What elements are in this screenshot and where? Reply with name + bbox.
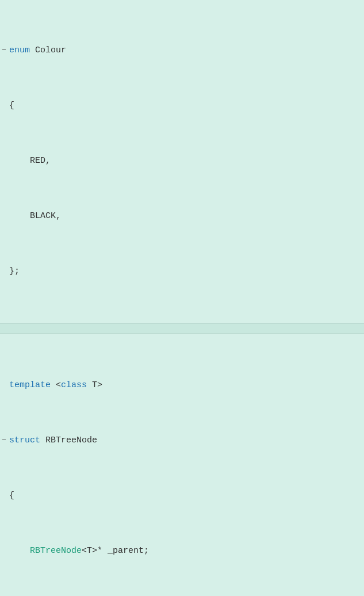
rbtreenode-block: template <class T> − struct RBTreeNode {… [0, 335, 364, 596]
code-struct-brace: { [8, 489, 14, 503]
code-struct: struct RBTreeNode [8, 434, 97, 448]
code-black: BLACK, [8, 209, 61, 223]
line-red: RED, [0, 154, 364, 168]
line-brace1: { [0, 99, 364, 113]
fold-gutter-struct[interactable]: − [0, 434, 8, 448]
code-red: RED, [8, 154, 51, 168]
line-struct: − struct RBTreeNode [0, 434, 364, 448]
code-enum-close: }; [8, 265, 20, 278]
line-enum: − enum Colour [0, 44, 364, 58]
code-template1: template <class T> [8, 379, 102, 392]
line-struct-brace: { [0, 489, 364, 503]
code-brace1: { [8, 99, 14, 113]
line-template1: template <class T> [0, 379, 364, 392]
enum-block: − enum Colour { RED, BLACK, }; [0, 0, 364, 322]
separator-1 [0, 323, 364, 334]
fold-gutter-enum[interactable]: − [0, 44, 8, 58]
line-black: BLACK, [0, 209, 364, 223]
code-parent: RBTreeNode<T>* _parent; [8, 544, 149, 558]
code-enum: enum Colour [8, 44, 66, 58]
code-container: − enum Colour { RED, BLACK, }; template … [0, 0, 364, 596]
line-enum-close: }; [0, 265, 364, 278]
line-parent: RBTreeNode<T>* _parent; [0, 544, 364, 558]
